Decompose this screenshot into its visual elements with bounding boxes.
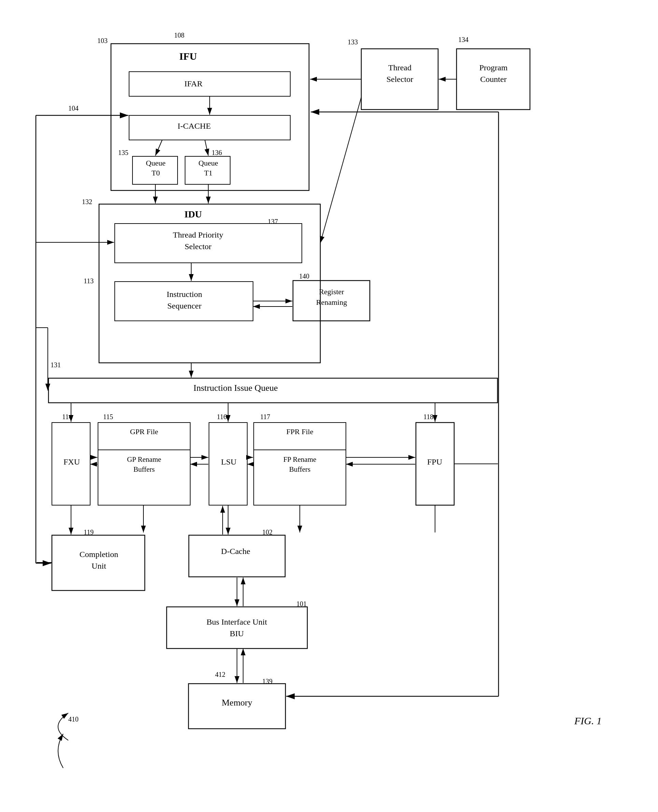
fpu-label: FPU: [419, 457, 450, 466]
idu-label: IDU: [184, 209, 202, 220]
arrow-410-svg: [41, 710, 82, 744]
biu-label: Bus Interface UnitBIU: [169, 616, 304, 639]
gp-rename-label: GP RenameBuffers: [102, 455, 187, 475]
ref-136: 136: [212, 149, 222, 156]
iiq-label: Instruction Issue Queue: [116, 383, 355, 393]
ref-113: 113: [84, 277, 94, 285]
fig-label: FIG. 1: [574, 715, 602, 727]
ref-135: 135: [118, 149, 128, 156]
svg-rect-19: [416, 422, 454, 505]
svg-rect-6: [133, 156, 177, 184]
svg-rect-8: [99, 204, 320, 363]
svg-line-28: [205, 140, 208, 156]
svg-rect-16: [209, 422, 247, 505]
ref-412: 412: [215, 671, 226, 679]
ref-114: 114: [62, 413, 72, 421]
icache-label: I-CACHE: [177, 122, 211, 131]
ref-115: 115: [103, 413, 113, 421]
program-counter-label: ProgramCounter: [459, 62, 528, 85]
diagram-container: IFU IFAR I-CACHE QueueT0 QueueT1 IDU Thr…: [0, 0, 658, 812]
svg-rect-5: [129, 115, 290, 140]
queue-t0-label: QueueT0: [134, 158, 177, 178]
ref-116: 116: [217, 413, 227, 421]
ref-137: 137: [268, 218, 278, 225]
svg-rect-23: [188, 684, 285, 729]
ref-134: 134: [458, 36, 468, 44]
ref-102: 102: [262, 528, 273, 536]
fxu-label: FXU: [56, 457, 87, 466]
instruction-seq-label: InstructionSequencer: [123, 289, 246, 311]
svg-rect-12: [49, 378, 498, 403]
svg-rect-3: [111, 44, 309, 191]
svg-rect-11: [293, 280, 370, 321]
ref-118: 118: [423, 413, 433, 421]
memory-label: Memory: [191, 698, 284, 708]
ref-140: 140: [299, 272, 309, 280]
ref-117: 117: [260, 413, 270, 421]
svg-line-27: [155, 140, 162, 156]
svg-rect-21: [189, 535, 285, 577]
ref-132: 132: [82, 198, 92, 206]
ref-133: 133: [348, 38, 358, 46]
ifar-label: IFAR: [184, 79, 202, 88]
thread-selector-label: ThreadSelector: [363, 62, 436, 85]
ref-119: 119: [84, 528, 94, 536]
ref-104: 104: [68, 105, 78, 112]
svg-rect-10: [115, 282, 253, 321]
ref-101: 101: [296, 600, 307, 608]
thread-priority-label: Thread PrioritySelector: [147, 229, 249, 252]
ifu-label: IFU: [179, 50, 197, 62]
arrows-svg: [0, 0, 658, 812]
svg-rect-25: [456, 49, 530, 110]
register-renaming-label: RegisterRenaming: [295, 287, 369, 308]
queue-t1-label: QueueT1: [186, 158, 230, 178]
svg-rect-4: [129, 72, 290, 96]
svg-rect-13: [52, 422, 90, 505]
svg-rect-22: [167, 607, 307, 649]
dcache-label: D-Cache: [191, 547, 280, 556]
svg-rect-9: [115, 224, 302, 263]
fpr-label: FPR File: [257, 427, 343, 437]
svg-rect-17: [254, 422, 346, 505]
svg-rect-7: [185, 156, 230, 184]
svg-line-37: [320, 97, 361, 243]
svg-rect-14: [98, 422, 190, 505]
ref-103: 103: [97, 37, 108, 45]
completion-label: CompletionUnit: [55, 549, 143, 572]
svg-rect-20: [52, 535, 145, 590]
svg-rect-24: [361, 49, 438, 110]
lsu-label: LSU: [213, 457, 244, 466]
gpr-label: GPR File: [102, 427, 187, 437]
ref-139: 139: [262, 677, 273, 685]
fp-rename-label: FP RenameBuffers: [257, 455, 343, 475]
ref-108: 108: [174, 31, 184, 39]
ref-131: 131: [50, 361, 61, 369]
